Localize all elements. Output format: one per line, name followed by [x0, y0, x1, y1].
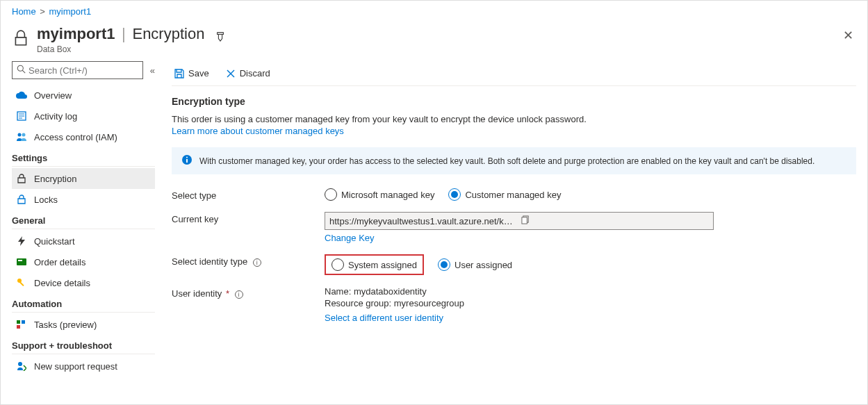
sidebar-item-label: Access control (IAM) — [34, 132, 117, 142]
lock-icon — [12, 29, 30, 47]
pin-icon[interactable] — [215, 32, 225, 44]
people-icon — [16, 131, 27, 142]
sidebar-group-support: Support + troubleshoot — [12, 335, 155, 354]
lock-small-icon — [16, 173, 27, 184]
highlight-system-assigned: System assigned — [325, 254, 424, 275]
sidebar-item-label: Order details — [34, 257, 85, 267]
label-current-key: Current key — [172, 212, 325, 224]
main-content: Save Discard Encryption type This order … — [161, 61, 867, 405]
label-identity-type: Select identity type i — [172, 254, 325, 267]
sidebar-item-tasks[interactable]: Tasks (preview) — [12, 314, 155, 335]
info-text: With customer managed key, your order ha… — [199, 156, 814, 166]
svg-point-20 — [186, 157, 188, 158]
cloud-icon — [16, 90, 27, 101]
discard-icon — [226, 69, 236, 78]
section-title: Encryption type — [172, 96, 856, 107]
identity-name-label: Name: — [325, 286, 351, 297]
radio-icon — [325, 188, 337, 201]
toolbar: Save Discard — [172, 61, 856, 86]
breadcrumb-home[interactable]: Home — [12, 6, 36, 17]
save-label: Save — [188, 68, 209, 78]
identity-type-text: Select identity type — [172, 256, 247, 267]
required-asterisk: * — [226, 288, 229, 299]
tasks-icon — [16, 319, 27, 330]
discard-button[interactable]: Discard — [223, 65, 273, 81]
svg-rect-8 — [17, 258, 26, 265]
page-section: Encryption — [132, 25, 204, 42]
svg-point-7 — [22, 133, 26, 137]
select-different-identity-link[interactable]: Select a different user identity — [325, 313, 856, 323]
collapse-sidebar-icon[interactable]: « — [150, 65, 155, 76]
sidebar-group-automation: Automation — [12, 293, 155, 313]
info-circle-icon[interactable]: i — [235, 290, 243, 299]
sidebar-item-overview[interactable]: Overview — [12, 85, 155, 106]
save-icon — [174, 69, 184, 78]
label-select-type: Select type — [172, 188, 325, 201]
sidebar-item-support-request[interactable]: New support request — [12, 356, 155, 377]
search-input-wrap[interactable] — [12, 61, 143, 79]
section-description: This order is using a customer managed k… — [172, 114, 856, 124]
sidebar-item-label: New support request — [34, 361, 117, 372]
user-identity-text: User identity — [172, 288, 222, 299]
radio-label: Microsoft managed key — [341, 190, 434, 200]
breadcrumb-current[interactable]: myimport1 — [49, 6, 92, 17]
radio-icon-selected — [448, 188, 461, 201]
identity-rg-value: myresourcegroup — [394, 298, 464, 308]
svg-rect-14 — [17, 325, 20, 329]
close-icon[interactable]: ✕ — [843, 28, 853, 43]
breadcrumb-sep: > — [40, 6, 45, 17]
search-input[interactable] — [28, 65, 138, 76]
radio-microsoft-managed[interactable]: Microsoft managed key — [325, 188, 434, 201]
page-subtitle: Data Box — [37, 44, 204, 54]
sidebar-item-order-details[interactable]: Order details — [12, 251, 155, 272]
radio-icon-selected — [438, 258, 450, 271]
svg-line-1 — [22, 70, 25, 73]
radio-customer-managed[interactable]: Customer managed key — [448, 188, 561, 201]
radio-icon — [331, 258, 344, 271]
sidebar-item-label: Activity log — [34, 111, 77, 122]
info-circle-icon[interactable]: i — [253, 258, 261, 267]
sidebar-item-label: Quickstart — [34, 236, 75, 247]
sidebar-item-locks[interactable]: Locks — [12, 189, 155, 210]
discard-label: Discard — [240, 68, 270, 78]
sidebar-item-access-control[interactable]: Access control (IAM) — [12, 126, 155, 147]
svg-point-6 — [18, 133, 22, 137]
svg-rect-13 — [22, 320, 25, 324]
sidebar-item-device-details[interactable]: Device details — [12, 272, 155, 293]
sidebar-group-settings: Settings — [12, 147, 155, 167]
sidebar-item-encryption[interactable]: Encryption — [12, 168, 155, 189]
current-key-display: https://mykeyvaultwestus1.vault.azure.ne… — [325, 212, 714, 230]
order-icon — [16, 256, 27, 267]
svg-point-15 — [18, 362, 22, 366]
search-icon — [17, 65, 26, 76]
info-banner: With customer managed key, your order ha… — [172, 147, 856, 174]
log-icon — [16, 110, 27, 122]
sidebar-item-label: Overview — [34, 90, 72, 101]
sidebar: « Overview Activity log Access control (… — [1, 61, 161, 405]
sidebar-item-label: Device details — [34, 278, 90, 288]
sidebar-item-label: Locks — [34, 195, 58, 205]
copy-icon[interactable] — [521, 215, 709, 226]
sidebar-group-general: General — [12, 210, 155, 229]
identity-rg-label: Resource group: — [325, 298, 391, 308]
lock-blue-icon — [16, 194, 27, 205]
svg-rect-19 — [186, 159, 188, 163]
info-icon — [181, 154, 193, 167]
radio-user-assigned[interactable]: User assigned — [438, 258, 512, 271]
svg-rect-22 — [522, 217, 527, 224]
label-user-identity: User identity * i — [172, 286, 325, 299]
lightning-icon — [16, 235, 27, 247]
sidebar-item-label: Tasks (preview) — [34, 320, 97, 330]
sidebar-item-activity-log[interactable]: Activity log — [12, 106, 155, 126]
learn-more-link[interactable]: Learn more about customer managed keys — [172, 126, 856, 136]
radio-label: Customer managed key — [465, 190, 561, 200]
current-key-value: https://mykeyvaultwestus1.vault.azure.ne… — [329, 216, 517, 226]
svg-rect-11 — [19, 281, 24, 286]
svg-rect-12 — [17, 320, 20, 324]
page-title: myimport1 — [37, 25, 115, 42]
save-button[interactable]: Save — [172, 65, 212, 81]
breadcrumb: Home > myimport1 — [1, 1, 867, 22]
radio-system-assigned[interactable]: System assigned — [331, 258, 417, 271]
change-key-link[interactable]: Change Key — [325, 233, 856, 243]
sidebar-item-quickstart[interactable]: Quickstart — [12, 231, 155, 251]
